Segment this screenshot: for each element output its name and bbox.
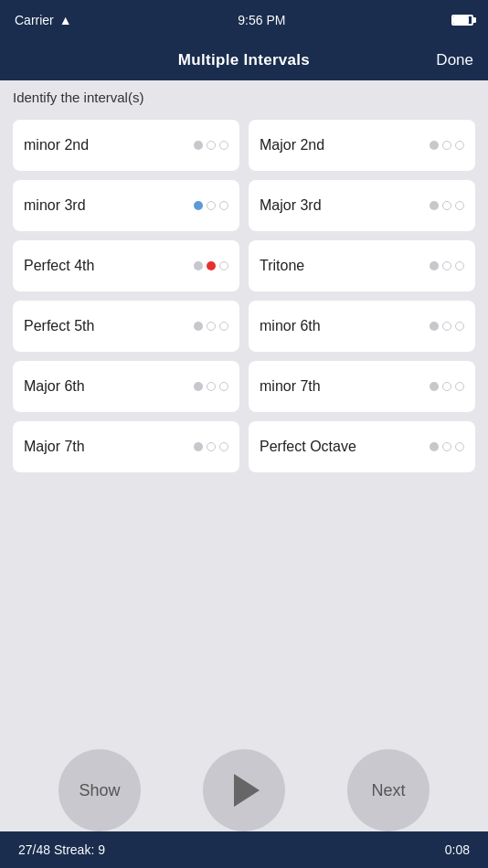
interval-label-perfectOctave: Perfect Octave	[260, 439, 356, 455]
dot-major6th-0	[194, 382, 203, 391]
status-left: Carrier ▲	[15, 13, 72, 27]
show-button[interactable]: Show	[58, 749, 141, 831]
dot-tritone-0	[430, 261, 439, 270]
dot-perfectOctave-0	[430, 442, 439, 451]
nav-title: Multiple Intervals	[178, 51, 310, 69]
intervals-grid: minor 2ndMajor 2ndminor 3rdMajor 3rdPerf…	[0, 111, 488, 482]
dot-major3rd-1	[442, 201, 451, 210]
dot-perfect5th-1	[207, 322, 216, 331]
dot-tritone-2	[455, 261, 464, 270]
dot-minor6th-0	[430, 322, 439, 331]
dot-minor3rd-0	[194, 201, 203, 210]
dot-minor7th-0	[430, 382, 439, 391]
play-button[interactable]	[203, 749, 285, 831]
dot-perfect5th-2	[219, 322, 228, 331]
interval-label-perfect4th: Perfect 4th	[24, 258, 94, 274]
interval-card-minor7th[interactable]: minor 7th	[249, 361, 475, 412]
time-label: 9:56 PM	[238, 13, 285, 27]
interval-label-major3rd: Major 3rd	[260, 197, 322, 214]
play-icon	[234, 774, 260, 807]
progress-label: 27/48 Streak: 9	[18, 842, 105, 857]
dot-major6th-1	[207, 382, 216, 391]
dot-major7th-1	[207, 442, 216, 451]
interval-card-major3rd[interactable]: Major 3rd	[249, 180, 475, 231]
interval-card-perfectOctave[interactable]: Perfect Octave	[249, 421, 475, 472]
interval-dots-major2nd	[430, 141, 464, 150]
dot-perfect4th-1	[207, 261, 216, 270]
carrier-label: Carrier	[15, 13, 54, 27]
interval-label-major6th: Major 6th	[24, 378, 85, 395]
dot-major2nd-1	[442, 141, 451, 150]
interval-card-major6th[interactable]: Major 6th	[13, 361, 239, 412]
dot-perfect4th-2	[219, 261, 228, 270]
dot-major7th-2	[219, 442, 228, 451]
interval-label-minor3rd: minor 3rd	[24, 197, 86, 214]
interval-card-perfect4th[interactable]: Perfect 4th	[13, 240, 239, 291]
interval-card-minor6th[interactable]: minor 6th	[249, 301, 475, 352]
dot-major2nd-0	[430, 141, 439, 150]
interval-card-minor2nd[interactable]: minor 2nd	[13, 120, 239, 171]
dot-tritone-1	[442, 261, 451, 270]
interval-card-tritone[interactable]: Tritone	[249, 240, 475, 291]
dot-minor7th-1	[442, 382, 451, 391]
dot-major2nd-2	[455, 141, 464, 150]
bottom-bar: Show Next	[0, 749, 488, 831]
dot-minor7th-2	[455, 382, 464, 391]
interval-dots-perfect4th	[194, 261, 228, 270]
interval-dots-major3rd	[430, 201, 464, 210]
interval-label-minor6th: minor 6th	[260, 318, 321, 334]
interval-card-perfect5th[interactable]: Perfect 5th	[13, 301, 239, 352]
interval-card-major2nd[interactable]: Major 2nd	[249, 120, 475, 171]
dot-minor3rd-2	[219, 201, 228, 210]
done-button[interactable]: Done	[436, 51, 473, 69]
battery-icon	[451, 15, 473, 26]
instruction-text: Identify the interval(s)	[0, 80, 488, 111]
interval-dots-major7th	[194, 442, 228, 451]
interval-label-tritone: Tritone	[260, 258, 304, 274]
interval-label-minor2nd: minor 2nd	[24, 137, 89, 153]
interval-dots-perfectOctave	[430, 442, 464, 451]
dot-minor6th-1	[442, 322, 451, 331]
dot-perfect5th-0	[194, 322, 203, 331]
dot-minor6th-2	[455, 322, 464, 331]
dot-minor2nd-2	[219, 141, 228, 150]
interval-dots-tritone	[430, 261, 464, 270]
dot-minor2nd-1	[207, 141, 216, 150]
dot-perfect4th-0	[194, 261, 203, 270]
interval-dots-perfect5th	[194, 322, 228, 331]
dot-perfectOctave-1	[442, 442, 451, 451]
dot-major3rd-2	[455, 201, 464, 210]
dot-minor2nd-0	[194, 141, 203, 150]
timer-label: 0:08	[445, 842, 470, 857]
wifi-icon: ▲	[59, 13, 72, 27]
dot-perfectOctave-2	[455, 442, 464, 451]
interval-label-minor7th: minor 7th	[260, 378, 321, 395]
interval-dots-minor3rd	[194, 201, 228, 210]
footer-bar: 27/48 Streak: 9 0:08	[0, 831, 488, 868]
interval-card-major7th[interactable]: Major 7th	[13, 421, 239, 472]
interval-dots-minor6th	[430, 322, 464, 331]
status-bar: Carrier ▲ 9:56 PM	[0, 0, 488, 40]
interval-dots-major6th	[194, 382, 228, 391]
interval-dots-minor2nd	[194, 141, 228, 150]
dot-major6th-2	[219, 382, 228, 391]
interval-dots-minor7th	[430, 382, 464, 391]
dot-major7th-0	[194, 442, 203, 451]
interval-label-major2nd: Major 2nd	[260, 137, 324, 153]
dot-minor3rd-1	[207, 201, 216, 210]
interval-label-major7th: Major 7th	[24, 439, 85, 455]
interval-label-perfect5th: Perfect 5th	[24, 318, 94, 334]
dot-major3rd-0	[430, 201, 439, 210]
next-button[interactable]: Next	[347, 749, 430, 831]
nav-bar: Multiple Intervals Done	[0, 40, 488, 80]
interval-card-minor3rd[interactable]: minor 3rd	[13, 180, 239, 231]
